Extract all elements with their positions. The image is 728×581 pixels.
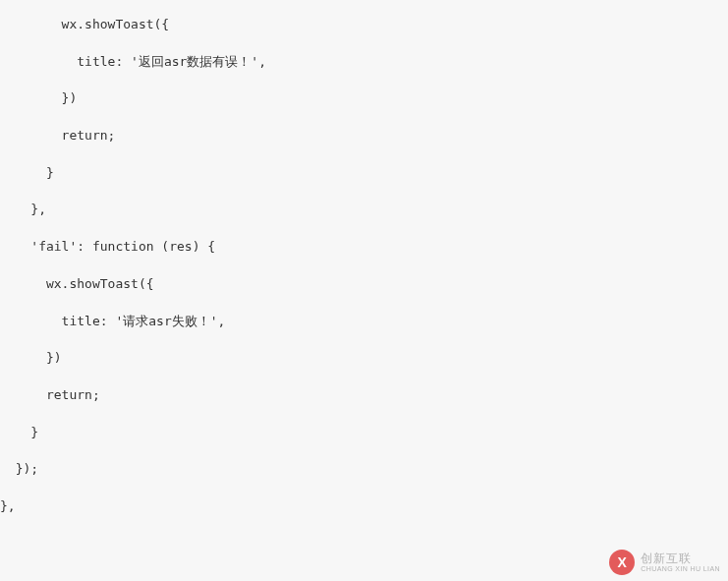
watermark: X 创新互联 CHUANG XIN HU LIAN [609, 550, 720, 575]
code-block: wx.showToast({ title: '返回asr数据有误！', }) r… [0, 0, 728, 525]
watermark-line2: CHUANG XIN HU LIAN [641, 565, 720, 572]
watermark-line1: 创新互联 [641, 552, 720, 565]
watermark-text: 创新互联 CHUANG XIN HU LIAN [641, 552, 720, 572]
watermark-logo-letter: X [618, 554, 627, 570]
watermark-logo-icon: X [609, 550, 635, 575]
code-content: wx.showToast({ title: '返回asr数据有误！', }) r… [0, 17, 266, 513]
